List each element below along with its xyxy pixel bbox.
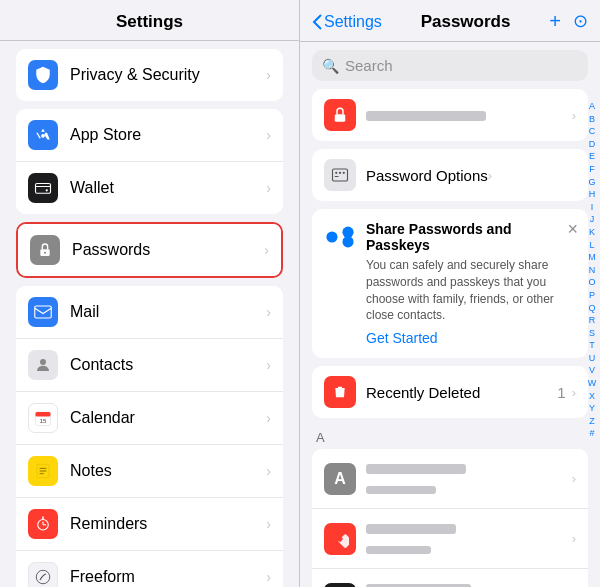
- alpha-T[interactable]: T: [589, 339, 595, 352]
- add-button[interactable]: +: [549, 10, 561, 33]
- pw-blur-sub-a2: [366, 546, 431, 554]
- freeform-icon: [28, 562, 58, 587]
- svg-rect-8: [36, 412, 51, 417]
- alpha-O[interactable]: O: [588, 276, 595, 289]
- alpha-L[interactable]: L: [589, 239, 594, 252]
- pw-text-a3: [366, 579, 572, 587]
- settings-item-passwords[interactable]: Passwords ›: [18, 224, 281, 276]
- top-item-group: ›: [312, 89, 588, 141]
- alpha-J[interactable]: J: [590, 213, 595, 226]
- mail-chevron: ›: [266, 304, 271, 320]
- recently-deleted-chevron: ›: [572, 385, 576, 400]
- privacy-icon: [28, 60, 58, 90]
- share-title: Share Passwords and Passkeys: [366, 221, 576, 253]
- back-button[interactable]: Settings: [312, 13, 382, 31]
- calendar-icon: 15: [28, 403, 58, 433]
- passwords-header: Settings Passwords + ⊙: [300, 0, 600, 42]
- alpha-Z[interactable]: Z: [589, 415, 595, 428]
- settings-item-calendar[interactable]: 15 Calendar ›: [16, 392, 283, 445]
- settings-item-reminders[interactable]: Reminders ›: [16, 498, 283, 551]
- alpha-C[interactable]: C: [589, 125, 596, 138]
- settings-item-contacts[interactable]: Contacts ›: [16, 339, 283, 392]
- top-password-item[interactable]: ›: [312, 89, 588, 141]
- settings-group-3: Mail › Contacts › 15 Calendar ›: [16, 286, 283, 587]
- svg-point-18: [36, 570, 50, 584]
- passwords-label: Passwords: [72, 241, 264, 259]
- alpha-hash[interactable]: #: [589, 427, 594, 440]
- section-a-label: A: [300, 426, 600, 449]
- alpha-D[interactable]: D: [589, 138, 596, 151]
- alpha-X[interactable]: X: [589, 390, 595, 403]
- alpha-N[interactable]: N: [589, 264, 596, 277]
- share-body: You can safely and securely share passwo…: [366, 257, 576, 324]
- svg-line-33: [338, 239, 343, 241]
- svg-point-27: [343, 172, 345, 174]
- alpha-K[interactable]: K: [589, 226, 595, 239]
- share-banner-close[interactable]: ×: [567, 219, 578, 240]
- search-placeholder: Search: [345, 57, 393, 74]
- recently-deleted-item[interactable]: Recently Deleted 1 ›: [312, 366, 588, 418]
- svg-point-30: [342, 227, 353, 238]
- alpha-S[interactable]: S: [589, 327, 595, 340]
- search-bar[interactable]: 🔍 Search: [312, 50, 588, 81]
- pw-icon-a3: [324, 583, 356, 587]
- password-options-label: Password Options: [366, 167, 488, 184]
- recently-deleted-label: Recently Deleted: [366, 384, 557, 401]
- alpha-G[interactable]: G: [588, 176, 595, 189]
- pw-item-a2[interactable]: ›: [312, 509, 588, 569]
- pw-item-a1[interactable]: A ›: [312, 449, 588, 509]
- recently-deleted-group: Recently Deleted 1 ›: [312, 366, 588, 418]
- alpha-M[interactable]: M: [588, 251, 596, 264]
- password-options-group: Password Options ›: [312, 149, 588, 201]
- share-icon: [324, 223, 356, 346]
- settings-item-privacy[interactable]: Privacy & Security ›: [16, 49, 283, 101]
- alpha-R[interactable]: R: [589, 314, 596, 327]
- pw-chevron-a2: ›: [572, 531, 576, 546]
- more-button[interactable]: ⊙: [573, 10, 588, 33]
- alpha-U[interactable]: U: [589, 352, 596, 365]
- reminders-chevron: ›: [266, 516, 271, 532]
- appstore-chevron: ›: [266, 127, 271, 143]
- svg-point-0: [41, 134, 45, 138]
- alpha-P[interactable]: P: [589, 289, 595, 302]
- top-item-icon: [324, 99, 356, 131]
- alpha-V[interactable]: V: [589, 364, 595, 377]
- pw-icon-a2: [324, 523, 356, 555]
- settings-panel: Settings Privacy & Security › App Store …: [0, 0, 300, 587]
- svg-point-31: [342, 236, 353, 247]
- alpha-Q[interactable]: Q: [588, 302, 595, 315]
- contacts-icon: [28, 350, 58, 380]
- settings-item-notes[interactable]: Notes ›: [16, 445, 283, 498]
- alpha-Y[interactable]: Y: [589, 402, 595, 415]
- share-banner: × Share Passwords and Passkeys You can s…: [312, 209, 588, 358]
- passwords-icon: [30, 235, 60, 265]
- svg-rect-23: [335, 114, 346, 122]
- settings-item-freeform[interactable]: Freeform ›: [16, 551, 283, 587]
- svg-point-26: [339, 172, 341, 174]
- settings-item-appstore[interactable]: App Store ›: [16, 109, 283, 162]
- pw-item-a3[interactable]: ›: [312, 569, 588, 587]
- section-a-group: A › ›: [312, 449, 588, 587]
- mail-label: Mail: [70, 303, 266, 321]
- settings-item-mail[interactable]: Mail ›: [16, 286, 283, 339]
- alpha-A[interactable]: A: [589, 100, 595, 113]
- notes-chevron: ›: [266, 463, 271, 479]
- alpha-E[interactable]: E: [589, 150, 595, 163]
- alpha-I[interactable]: I: [591, 201, 594, 214]
- password-options-item[interactable]: Password Options ›: [312, 149, 588, 201]
- svg-point-4: [44, 252, 46, 254]
- alpha-W[interactable]: W: [588, 377, 597, 390]
- wallet-chevron: ›: [266, 180, 271, 196]
- freeform-chevron: ›: [266, 569, 271, 585]
- svg-text:15: 15: [40, 418, 47, 424]
- svg-point-29: [326, 231, 337, 242]
- settings-item-wallet[interactable]: Wallet ›: [16, 162, 283, 214]
- password-options-chevron: ›: [488, 168, 492, 183]
- appstore-icon: [28, 120, 58, 150]
- alpha-H[interactable]: H: [589, 188, 596, 201]
- settings-title: Settings: [0, 0, 299, 41]
- alpha-B[interactable]: B: [589, 113, 595, 126]
- calendar-label: Calendar: [70, 409, 266, 427]
- share-cta[interactable]: Get Started: [366, 330, 576, 346]
- alpha-F[interactable]: F: [589, 163, 595, 176]
